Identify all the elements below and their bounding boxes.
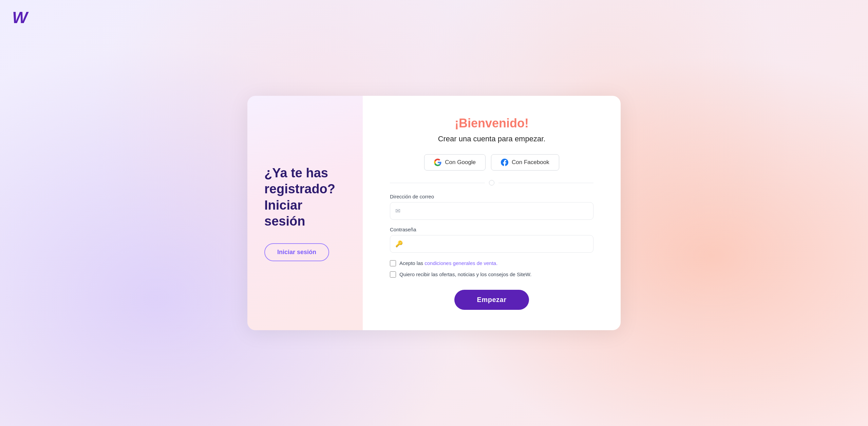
email-label: Dirección de correo [390,194,593,199]
password-group: Contraseña 🔑 [390,227,593,253]
social-buttons-row: Con Google Con Facebook [390,154,593,171]
facebook-button-label: Con Facebook [512,159,549,166]
terms-checkbox[interactable] [390,260,396,266]
password-input[interactable] [390,235,593,253]
left-heading: ¿Ya te has registrado? Iniciar sesión [264,165,346,230]
google-icon [434,159,441,166]
login-button[interactable]: Iniciar sesión [264,243,329,261]
newsletter-checkbox-group: Quiero recibir las ofertas, noticias y l… [390,271,593,279]
password-label: Contraseña [390,227,593,232]
email-group: Dirección de correo ✉ [390,194,593,220]
logo[interactable]: W [12,10,27,26]
google-login-button[interactable]: Con Google [424,154,486,171]
divider-line-right [498,183,593,183]
password-input-wrapper: 🔑 [390,235,593,253]
facebook-login-button[interactable]: Con Facebook [491,154,559,171]
welcome-subtitle: Crear una cuenta para empezar. [438,135,546,143]
main-container: ¿Ya te has registrado? Iniciar sesión In… [247,96,621,330]
terms-link[interactable]: condiciones generales de venta. [424,260,497,266]
left-panel: ¿Ya te has registrado? Iniciar sesión In… [247,96,363,330]
google-button-label: Con Google [445,159,476,166]
newsletter-label: Quiero recibir las ofertas, noticias y l… [399,271,531,279]
divider-line-left [390,183,485,183]
divider-circle [489,180,494,185]
submit-button[interactable]: Empezar [454,290,529,310]
newsletter-checkbox[interactable] [390,271,396,278]
logo-icon: W [12,8,27,26]
divider [390,180,593,185]
email-icon: ✉ [395,207,400,215]
terms-label: Acepto las condiciones generales de vent… [399,260,497,267]
terms-checkbox-group: Acepto las condiciones generales de vent… [390,260,593,267]
welcome-title: ¡Bienvenido! [455,116,529,130]
email-input[interactable] [390,202,593,220]
password-icon: 🔑 [395,240,403,248]
facebook-icon [501,159,508,166]
right-panel: ¡Bienvenido! Crear una cuenta para empez… [363,96,621,330]
email-input-wrapper: ✉ [390,202,593,220]
